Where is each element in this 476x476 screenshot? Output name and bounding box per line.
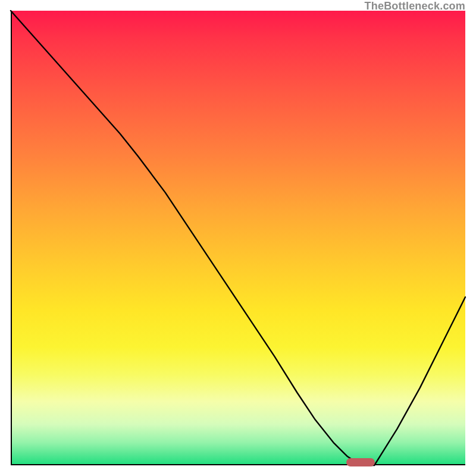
watermark-text: TheBottleneck.com: [365, 0, 465, 12]
chart-container: TheBottleneck.com: [0, 0, 476, 476]
optimal-point-marker: [346, 458, 375, 466]
bottleneck-curve: [11, 11, 465, 465]
